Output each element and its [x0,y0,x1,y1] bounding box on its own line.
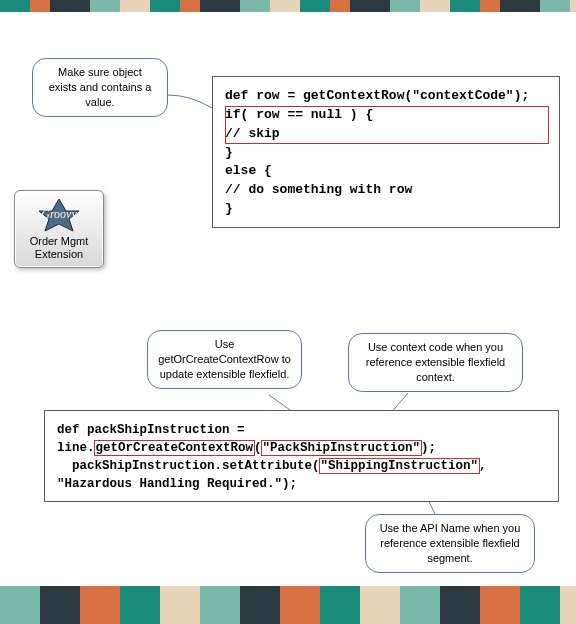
decorative-banner-top [0,0,576,12]
callout-api-name: Use the API Name when you reference exte… [365,514,535,573]
badge-label: Order Mgmt Extension [19,235,99,261]
code-line: "Hazardous Handling Required."); [57,477,297,491]
code-line: else { [225,163,272,178]
callout-context-code: Use context code when you reference exte… [348,333,523,392]
code-block-null-check: def row = getContextRow("contextCode"); … [212,76,560,228]
code-line: } [225,145,233,160]
callout-object-exists: Make sure object exists and contains a v… [32,58,168,117]
decorative-banner-bottom [0,584,576,624]
svg-text:Groovy: Groovy [41,207,77,221]
code-line: packShipInstruction.setAttribute("Shippi… [57,459,487,473]
groovy-badge: Groovy Order Mgmt Extension [14,190,104,268]
code-line: } [225,201,233,216]
highlight-api-name: "ShippingInstruction" [320,459,480,473]
code-line: line.getOrCreateContextRow("PackShipInst… [57,441,436,455]
code-line: // do something with row [225,182,412,197]
highlight-context-code: "PackShipInstruction" [262,441,422,455]
highlighted-null-check: if( row == null ) { // skip [225,106,549,144]
code-block-packship: def packShipInstruction = line.getOrCrea… [44,410,559,502]
code-line: def row = getContextRow("contextCode"); [225,88,529,103]
callout-getorcreate: Use getOrCreateContextRow to update exte… [147,330,302,389]
star-icon: Groovy [27,197,91,233]
code-line: def packShipInstruction = [57,423,245,437]
highlight-method: getOrCreateContextRow [95,441,255,455]
